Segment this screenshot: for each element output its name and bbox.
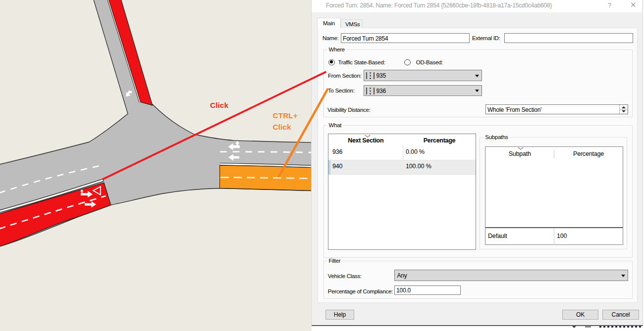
svg-text:Click: Click (273, 123, 291, 131)
svg-text:Click: Click (210, 101, 228, 109)
svg-text:CTRL+: CTRL+ (273, 111, 298, 120)
